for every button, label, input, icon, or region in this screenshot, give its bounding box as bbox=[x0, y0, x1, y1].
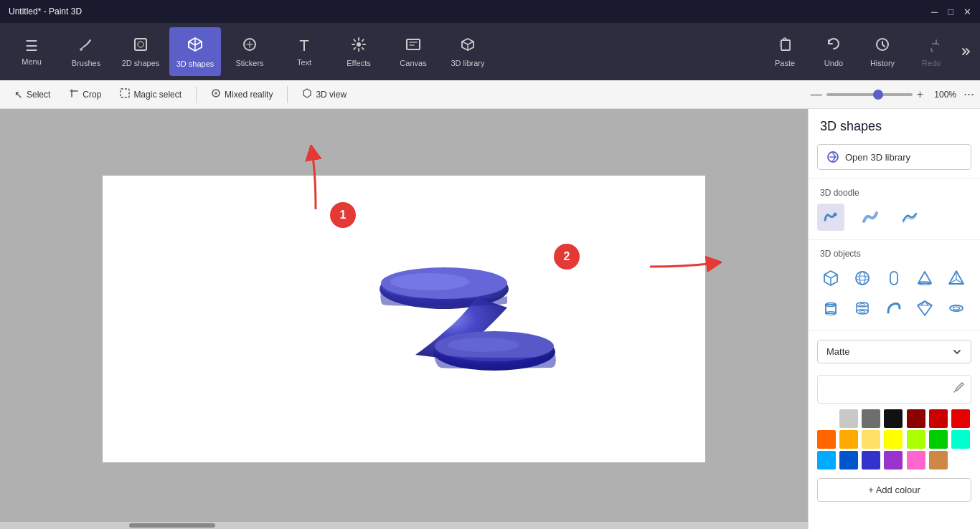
eyedropper-icon[interactable] bbox=[952, 381, 965, 397]
shape-cube[interactable] bbox=[817, 264, 844, 292]
panel-title: 3D shapes bbox=[809, 109, 980, 141]
canvas-label: Canvas bbox=[400, 59, 426, 67]
color-swatch[interactable] bbox=[839, 451, 858, 470]
zoom-slider[interactable] bbox=[826, 93, 913, 96]
canvas-scrollbar[interactable] bbox=[0, 522, 808, 529]
magic-select-label: Magic select bbox=[133, 90, 182, 100]
brushes-icon bbox=[78, 37, 94, 56]
open-library-label: Open 3D library bbox=[845, 152, 910, 163]
effects-icon bbox=[351, 37, 367, 56]
color-swatch[interactable] bbox=[862, 430, 880, 449]
2d-shapes-label: 2D shapes bbox=[122, 59, 160, 67]
right-panel: 3D shapes Open 3D library 3D doodle bbox=[808, 109, 980, 529]
3d-view-label: 3D view bbox=[316, 90, 347, 100]
panel-divider-2 bbox=[809, 239, 980, 240]
svg-point-27 bbox=[857, 302, 868, 307]
zoom-percent[interactable]: 100% bbox=[928, 90, 956, 100]
subtoolbar-3d-view[interactable]: 3D view bbox=[293, 83, 355, 106]
color-swatch[interactable] bbox=[907, 451, 925, 470]
subtoolbar-select[interactable]: ↖ Select bbox=[6, 83, 59, 106]
add-color-button[interactable]: + Add colour bbox=[817, 478, 971, 502]
svg-point-19 bbox=[856, 272, 869, 285]
3d-objects-grid bbox=[809, 262, 980, 328]
maximize-button[interactable]: □ bbox=[948, 6, 953, 17]
minimize-button[interactable]: ─ bbox=[931, 6, 938, 17]
crop-icon bbox=[69, 88, 79, 100]
color-swatch[interactable] bbox=[929, 451, 948, 470]
toolbar-collapse[interactable] bbox=[957, 27, 974, 76]
toolbar-effects[interactable]: Effects bbox=[333, 27, 385, 76]
color-picker-area[interactable] bbox=[817, 375, 971, 404]
color-swatch[interactable] bbox=[817, 451, 836, 470]
toolbar-canvas[interactable]: Canvas bbox=[387, 27, 439, 76]
color-swatch[interactable] bbox=[951, 430, 970, 449]
toolbar-undo[interactable]: Undo bbox=[811, 27, 857, 76]
subtoolbar-mixed-reality[interactable]: Mixed reality bbox=[202, 83, 281, 106]
toolbar-history[interactable]: History bbox=[859, 27, 905, 76]
color-swatch[interactable] bbox=[884, 430, 903, 449]
undo-label: Undo bbox=[824, 59, 843, 67]
doodle-tube[interactable] bbox=[857, 204, 884, 231]
toolbar-paste[interactable]: Paste bbox=[762, 27, 808, 76]
doodle-squiggle[interactable] bbox=[817, 204, 844, 231]
canvas-icon bbox=[405, 37, 421, 56]
subtoolbar-crop[interactable]: Crop bbox=[60, 83, 110, 106]
color-swatch[interactable] bbox=[862, 409, 880, 428]
toolbar-stickers[interactable]: Stickers bbox=[224, 27, 275, 76]
material-dropdown[interactable]: Matte bbox=[817, 340, 971, 363]
toolbar-2d-shapes[interactable]: 2D shapes bbox=[115, 27, 166, 76]
doodle-flat[interactable] bbox=[896, 204, 923, 231]
menu-icon: ☰ bbox=[25, 37, 38, 54]
drawing-canvas[interactable] bbox=[103, 176, 705, 462]
svg-point-20 bbox=[859, 272, 865, 285]
shape-cone[interactable] bbox=[911, 264, 938, 292]
color-swatch[interactable] bbox=[839, 409, 858, 428]
more-options-button[interactable]: ··· bbox=[963, 87, 974, 102]
toolbar-3d-library[interactable]: 3D library bbox=[442, 27, 494, 76]
color-swatches bbox=[809, 406, 980, 472]
shape-curved[interactable] bbox=[880, 295, 908, 322]
shape-pyramid[interactable] bbox=[943, 264, 970, 292]
3d-view-icon bbox=[302, 88, 312, 100]
select-cursor-icon: ↖ bbox=[14, 89, 23, 100]
shape-sphere[interactable] bbox=[849, 264, 876, 292]
toolbar-menu[interactable]: ☰ Menu bbox=[6, 27, 57, 76]
subtoolbar-divider-2 bbox=[287, 86, 288, 103]
redo-label: Redo bbox=[922, 59, 941, 67]
3d-shapes-label: 3D shapes bbox=[176, 59, 215, 68]
zoom-in-button[interactable]: + bbox=[917, 88, 923, 101]
toolbar-3d-shapes[interactable]: 3D shapes bbox=[169, 27, 221, 76]
toolbar-brushes[interactable]: Brushes bbox=[60, 27, 112, 76]
svg-point-16 bbox=[448, 338, 519, 352]
effects-label: Effects bbox=[347, 59, 370, 67]
shape-diamond[interactable] bbox=[911, 295, 938, 322]
stickers-icon bbox=[242, 37, 258, 56]
add-color-label: + Add colour bbox=[868, 485, 920, 495]
color-swatch[interactable] bbox=[884, 451, 903, 470]
color-swatch[interactable] bbox=[817, 430, 836, 449]
zoom-out-button[interactable]: — bbox=[811, 88, 822, 101]
history-icon bbox=[875, 37, 890, 56]
color-swatch[interactable] bbox=[929, 409, 948, 428]
shape-capsule[interactable] bbox=[880, 264, 908, 292]
color-swatch[interactable] bbox=[951, 409, 970, 428]
shape-tube[interactable] bbox=[849, 295, 876, 322]
toolbar-text[interactable]: T Text bbox=[278, 27, 330, 76]
canvas-area[interactable]: 1 2 bbox=[0, 109, 808, 529]
color-swatch[interactable] bbox=[929, 430, 948, 449]
toolbar-redo[interactable]: Redo bbox=[908, 27, 954, 76]
color-swatch[interactable] bbox=[839, 430, 858, 449]
svg-point-4 bbox=[357, 42, 361, 47]
3d-shape-object bbox=[358, 239, 588, 399]
color-swatch[interactable] bbox=[862, 451, 880, 470]
shape-cylinder[interactable] bbox=[817, 295, 844, 322]
color-swatch[interactable] bbox=[817, 409, 836, 428]
shape-torus[interactable] bbox=[943, 295, 970, 322]
svg-point-32 bbox=[953, 307, 960, 310]
subtoolbar-magic-select[interactable]: Magic select bbox=[111, 83, 190, 106]
color-swatch[interactable] bbox=[884, 409, 903, 428]
color-swatch[interactable] bbox=[907, 430, 925, 449]
close-button[interactable]: ✕ bbox=[963, 6, 971, 17]
color-swatch[interactable] bbox=[907, 409, 925, 428]
open-3d-library-button[interactable]: Open 3D library bbox=[817, 144, 971, 170]
